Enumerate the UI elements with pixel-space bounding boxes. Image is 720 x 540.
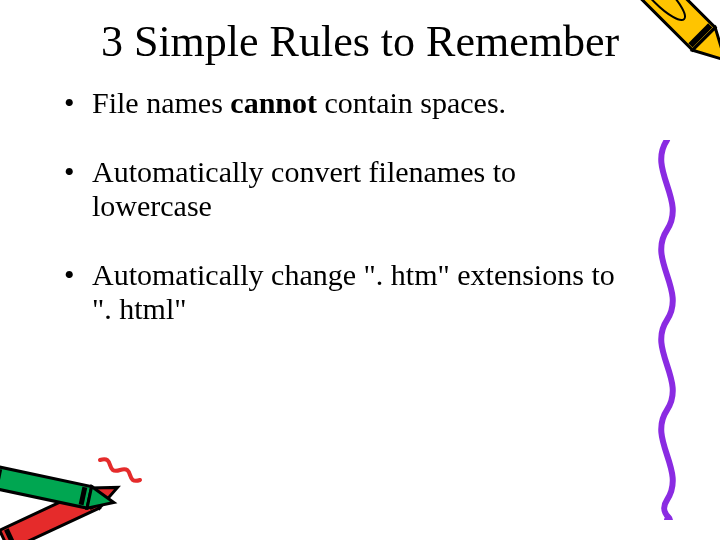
list-item: Automatically convert filenames to lower… (60, 155, 640, 224)
bullet-bold: cannot (230, 86, 317, 119)
slide-title: 3 Simple Rules to Remember (0, 0, 720, 66)
bullet-text: File names (92, 86, 230, 119)
list-item: File names cannot contain spaces. (60, 86, 640, 121)
bullet-text: Automatically convert filenames to lower… (92, 155, 516, 223)
bullet-text: Automatically change ". htm" extensions … (92, 258, 615, 326)
list-item: Automatically change ". htm" extensions … (60, 258, 640, 327)
bullet-text: contain spaces. (317, 86, 506, 119)
crayons-icon (0, 430, 160, 540)
svg-rect-10 (0, 466, 92, 508)
squiggle-icon (642, 140, 692, 520)
bullet-list: File names cannot contain spaces. Automa… (0, 86, 720, 327)
